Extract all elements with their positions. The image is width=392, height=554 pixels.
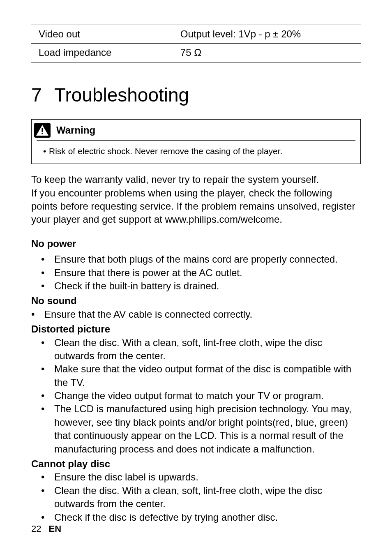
intro-line: If you encounter problems when using the… bbox=[31, 187, 361, 226]
list-item: Make sure that the video output format o… bbox=[31, 362, 361, 389]
table-row: Load impedance 75 Ω bbox=[31, 44, 361, 62]
svg-rect-1 bbox=[42, 128, 43, 132]
spec-value: 75 Ω bbox=[173, 44, 361, 62]
list-item: Ensure the disc label is upwards. bbox=[31, 471, 361, 484]
page-number: 22 bbox=[31, 524, 41, 534]
chapter-number: 7 bbox=[31, 82, 54, 108]
table-row: Video out Output level: 1Vp - p ± 20% bbox=[31, 25, 361, 44]
list-item: The LCD is manufactured using high preci… bbox=[31, 402, 361, 456]
list-item: Check if the disc is defective by trying… bbox=[31, 511, 361, 524]
list-item: Ensure that there is power at the AC out… bbox=[31, 266, 361, 279]
page-footer: 22EN bbox=[31, 523, 61, 535]
warning-title: Warning bbox=[56, 124, 95, 137]
no-sound-list: Ensure that the AV cable is connected co… bbox=[31, 308, 361, 321]
intro-line: To keep the warranty valid, never try to… bbox=[31, 173, 361, 186]
spec-table: Video out Output level: 1Vp - p ± 20% Lo… bbox=[31, 25, 361, 62]
cannot-play-list: Ensure the disc label is upwards. Clean … bbox=[31, 471, 361, 524]
warning-icon bbox=[34, 123, 51, 138]
section-title-cannot-play: Cannot play disc bbox=[31, 457, 361, 471]
warning-body: •Risk of electric shock. Never remove th… bbox=[32, 141, 360, 164]
page-language: EN bbox=[48, 524, 61, 534]
chapter-heading: 7Troubleshooting bbox=[31, 82, 361, 108]
section-title-distorted: Distorted picture bbox=[31, 323, 361, 336]
spec-value: Output level: 1Vp - p ± 20% bbox=[173, 25, 361, 44]
no-power-list: Ensure that both plugs of the mains cord… bbox=[31, 253, 361, 293]
spec-label: Video out bbox=[31, 25, 173, 44]
intro-text: To keep the warranty valid, never try to… bbox=[31, 173, 361, 226]
svg-rect-2 bbox=[42, 133, 43, 134]
warning-header: Warning bbox=[32, 120, 360, 140]
spec-label: Load impedance bbox=[31, 44, 173, 62]
section-title-no-power: No power bbox=[31, 237, 361, 250]
warning-text: Risk of electric shock. Never remove the… bbox=[49, 146, 282, 156]
list-item: Clean the disc. With a clean, soft, lint… bbox=[31, 336, 361, 363]
list-item: Change the video output format to match … bbox=[31, 389, 361, 402]
list-item: Check if the built-in battery is drained… bbox=[31, 279, 361, 293]
distorted-list: Clean the disc. With a clean, soft, lint… bbox=[31, 336, 361, 456]
chapter-title: Troubleshooting bbox=[54, 84, 189, 106]
warning-callout: Warning •Risk of electric shock. Never r… bbox=[31, 119, 361, 164]
list-item: Ensure that the AV cable is connected co… bbox=[31, 308, 361, 321]
list-item: Ensure that both plugs of the mains cord… bbox=[31, 253, 361, 266]
list-item: Clean the disc. With a clean, soft, lint… bbox=[31, 484, 361, 511]
section-title-no-sound: No sound bbox=[31, 294, 361, 307]
